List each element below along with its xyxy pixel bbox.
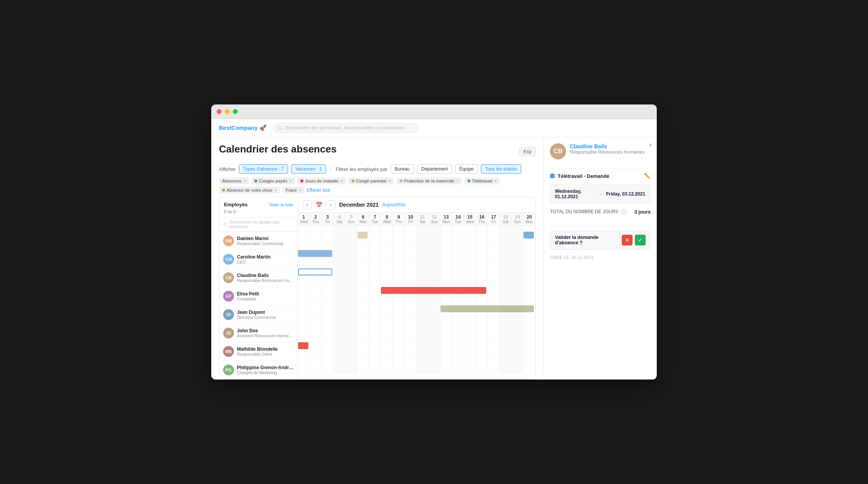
cal-cell[interactable] — [464, 263, 476, 281]
cal-cell[interactable] — [405, 318, 417, 336]
cal-cell[interactable] — [393, 226, 405, 244]
info-icon[interactable]: i — [621, 209, 626, 215]
cal-cell[interactable] — [393, 355, 405, 373]
approve-button[interactable]: ✓ — [635, 235, 646, 245]
cal-cell[interactable] — [417, 355, 429, 373]
cal-cell[interactable] — [523, 336, 535, 355]
cal-cell[interactable] — [381, 355, 393, 373]
cal-cell[interactable] — [500, 281, 512, 299]
cal-cell[interactable] — [405, 226, 417, 244]
cal-cell[interactable] — [405, 355, 417, 373]
cal-cell[interactable] — [369, 263, 381, 281]
tag-remove[interactable]: × — [275, 188, 277, 192]
cal-cell[interactable] — [441, 355, 452, 373]
cal-cell[interactable] — [357, 300, 369, 318]
cal-cell[interactable] — [334, 244, 346, 262]
employee-row[interactable]: CM Caroline Martin CEO — [219, 250, 298, 269]
cal-cell[interactable] — [464, 355, 476, 373]
cal-cell[interactable] — [464, 226, 476, 244]
employee-row[interactable]: PG Philippine Grenon-Andrieu Chargée de … — [219, 361, 298, 379]
cal-cell[interactable] — [523, 281, 535, 299]
cal-cell[interactable] — [500, 355, 512, 373]
cal-cell[interactable] — [346, 336, 358, 355]
cal-cell[interactable] — [346, 226, 358, 244]
cal-cell[interactable] — [512, 226, 523, 244]
cal-cell[interactable] — [405, 244, 417, 262]
cal-cell[interactable] — [393, 300, 405, 318]
cal-cell[interactable] — [476, 318, 488, 336]
cal-cell[interactable] — [369, 355, 381, 373]
reject-button[interactable]: ✕ — [622, 235, 633, 245]
employee-search[interactable]: Rechercher ou ajouter des employés — [219, 217, 298, 232]
cal-cell[interactable] — [417, 336, 429, 355]
cal-cell[interactable] — [488, 244, 500, 262]
cal-cell[interactable] — [357, 263, 369, 281]
close-button[interactable] — [217, 109, 222, 114]
cal-cell[interactable] — [298, 226, 310, 244]
cal-cell[interactable] — [334, 336, 346, 355]
cal-cell[interactable] — [381, 263, 393, 281]
vacances-button[interactable]: Vacances · 1 — [291, 164, 326, 174]
cal-cell[interactable] — [357, 281, 369, 299]
cal-cell[interactable] — [500, 244, 512, 262]
search-bar[interactable]: Rechercher des personnes, fonctionnalité… — [273, 123, 419, 133]
cal-cell[interactable] — [441, 263, 452, 281]
vider-liste-link[interactable]: Vider la liste — [269, 202, 293, 207]
cal-cell[interactable] — [452, 263, 464, 281]
cal-cell[interactable] — [417, 318, 429, 336]
cal-cell[interactable] — [512, 355, 523, 373]
employee-row[interactable]: DM Damien Marini Responsable Commercial — [219, 232, 298, 250]
minimize-button[interactable] — [225, 109, 230, 114]
cal-cell[interactable] — [441, 226, 452, 244]
tag-remove[interactable]: × — [495, 179, 497, 183]
cal-cell[interactable] — [310, 355, 322, 373]
cal-cell[interactable] — [346, 300, 358, 318]
cal-cell[interactable] — [476, 263, 488, 281]
cal-cell[interactable] — [381, 336, 393, 355]
cal-cell[interactable] — [441, 318, 452, 336]
cal-cell[interactable] — [512, 318, 523, 336]
cal-cell[interactable] — [322, 300, 334, 318]
cal-cell[interactable] — [310, 318, 322, 336]
cal-cell[interactable] — [464, 244, 476, 262]
prev-month-button[interactable]: ‹ — [303, 200, 312, 209]
cal-cell[interactable] — [369, 226, 381, 244]
cal-cell[interactable] — [346, 281, 358, 299]
cal-cell[interactable] — [476, 336, 488, 355]
employee-row[interactable]: JD John Doe Assistant Ressources Humaine… — [219, 324, 298, 342]
cal-cell[interactable] — [500, 263, 512, 281]
cal-cell[interactable] — [488, 226, 500, 244]
cal-cell[interactable] — [310, 336, 322, 355]
cal-cell[interactable] — [298, 281, 310, 299]
cal-cell[interactable] — [429, 300, 441, 318]
cal-cell[interactable] — [369, 244, 381, 262]
cal-cell[interactable] — [500, 318, 512, 336]
cal-cell[interactable] — [322, 336, 334, 355]
cal-cell[interactable] — [298, 355, 310, 373]
cal-cell[interactable] — [334, 281, 346, 299]
cal-cell[interactable] — [393, 263, 405, 281]
tag-remove[interactable]: × — [341, 179, 343, 183]
maximize-button[interactable] — [233, 109, 238, 114]
cal-cell[interactable] — [417, 300, 429, 318]
bureau-button[interactable]: Bureau — [391, 164, 414, 174]
edit-icon[interactable]: ✏️ — [644, 173, 651, 179]
cal-cell[interactable] — [310, 226, 322, 244]
cal-cell[interactable] — [429, 318, 441, 336]
cal-cell[interactable] — [523, 244, 535, 262]
cal-cell[interactable] — [476, 226, 488, 244]
cal-cell[interactable] — [441, 244, 452, 262]
tag-remove[interactable]: × — [389, 179, 391, 183]
clear-all-link[interactable]: Effacer tout — [307, 187, 330, 193]
cal-cell[interactable] — [405, 263, 417, 281]
cal-cell[interactable] — [310, 300, 322, 318]
cal-cell[interactable] — [381, 300, 393, 318]
cal-cell[interactable] — [523, 263, 535, 281]
tag-remove[interactable]: × — [290, 179, 292, 183]
cal-cell[interactable] — [322, 355, 334, 373]
cal-cell[interactable] — [357, 318, 369, 336]
cal-cell[interactable] — [346, 355, 358, 373]
cal-cell[interactable] — [476, 244, 488, 262]
cal-cell[interactable] — [464, 318, 476, 336]
cal-cell[interactable] — [334, 300, 346, 318]
